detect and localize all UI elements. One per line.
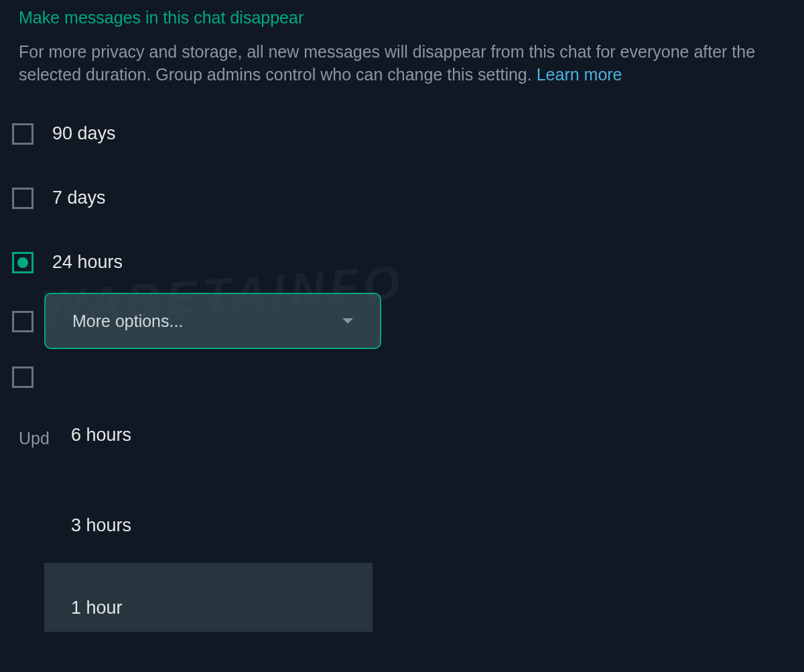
page-title: Make messages in this chat disappear bbox=[0, 0, 804, 27]
description-body: For more privacy and storage, all new me… bbox=[19, 42, 755, 84]
option-row-24-hours[interactable]: 24 hours bbox=[12, 252, 785, 273]
checkbox-icon[interactable] bbox=[12, 123, 34, 145]
menu-item-1-hour[interactable]: 1 hour bbox=[44, 563, 373, 632]
duration-options-list: 90 days 7 days 24 hours bbox=[0, 86, 804, 273]
checkbox-icon[interactable] bbox=[12, 188, 34, 209]
more-options-dropdown[interactable]: More options... bbox=[44, 293, 381, 349]
option-label: 24 hours bbox=[52, 252, 123, 273]
menu-item-6-hours[interactable]: 6 hours bbox=[44, 402, 373, 468]
chevron-down-icon bbox=[342, 318, 353, 324]
checkbox-icon[interactable] bbox=[12, 366, 34, 388]
learn-more-link[interactable]: Learn more bbox=[537, 65, 622, 84]
dropdown-label: More options... bbox=[72, 312, 183, 331]
option-label: 90 days bbox=[52, 123, 116, 144]
more-options-dropdown-container: More options... bbox=[44, 293, 381, 349]
option-row-7-days[interactable]: 7 days bbox=[12, 188, 785, 209]
menu-item-3-hours[interactable]: 3 hours bbox=[44, 468, 373, 563]
option-label: 7 days bbox=[52, 188, 106, 208]
checkbox-empty[interactable] bbox=[12, 366, 52, 388]
radio-selected-icon[interactable] bbox=[12, 252, 34, 273]
option-row-90-days[interactable]: 90 days bbox=[12, 123, 785, 145]
dropdown-menu: 6 hours 3 hours 1 hour bbox=[44, 402, 373, 632]
checkbox-icon[interactable] bbox=[12, 311, 34, 332]
description-text: For more privacy and storage, all new me… bbox=[0, 27, 777, 86]
